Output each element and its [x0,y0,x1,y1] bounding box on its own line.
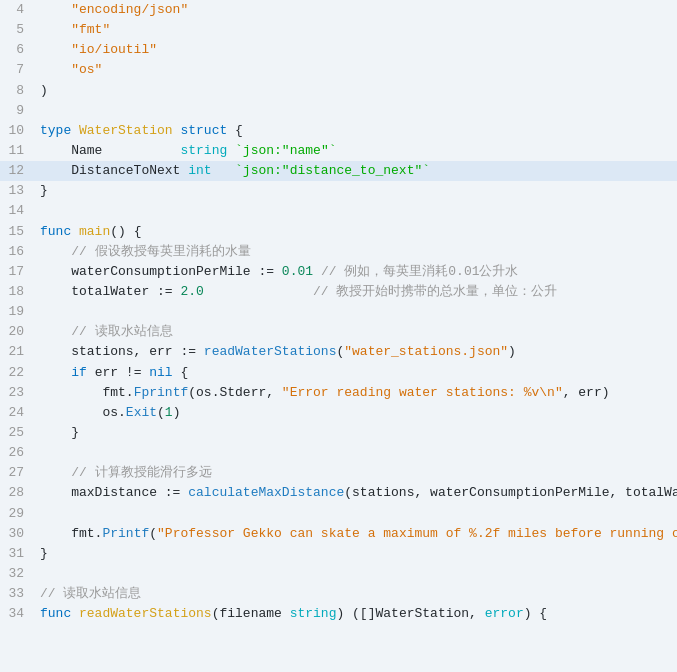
line-number: 22 [0,363,36,383]
line-number: 4 [0,0,36,20]
line-number: 16 [0,242,36,262]
line-content: DistanceToNext int `json:"distance_to_ne… [36,161,677,181]
line-number: 33 [0,584,36,604]
line-content: "os" [36,60,677,80]
line-number: 29 [0,504,36,524]
line-number: 24 [0,403,36,423]
line-content [36,504,677,524]
line-content: "io/ioutil" [36,40,677,60]
line-number: 14 [0,201,36,221]
line-number: 21 [0,342,36,362]
line-number: 12 [0,161,36,181]
line-content: type WaterStation struct { [36,121,677,141]
line-number: 9 [0,101,36,121]
line-number: 23 [0,383,36,403]
line-content: stations, err := readWaterStations("wate… [36,342,677,362]
line-content: func readWaterStations(filename string) … [36,604,677,624]
line-content: } [36,423,677,443]
line-number: 17 [0,262,36,282]
code-table: 4 "encoding/json"5 "fmt"6 "io/ioutil"7 "… [0,0,677,624]
line-content: } [36,181,677,201]
line-number: 10 [0,121,36,141]
line-number: 31 [0,544,36,564]
line-number: 30 [0,524,36,544]
line-content: fmt.Fprintf(os.Stderr, "Error reading wa… [36,383,677,403]
line-content: os.Exit(1) [36,403,677,423]
line-content: if err != nil { [36,363,677,383]
line-content: // 假设教授每英里消耗的水量 [36,242,677,262]
line-number: 15 [0,222,36,242]
line-content: waterConsumptionPerMile := 0.01 // 例如，每英… [36,262,677,282]
line-content: // 读取水站信息 [36,322,677,342]
line-number: 6 [0,40,36,60]
line-number: 7 [0,60,36,80]
line-number: 11 [0,141,36,161]
line-number: 8 [0,81,36,101]
line-number: 5 [0,20,36,40]
line-number: 34 [0,604,36,624]
line-content: // 计算教授能滑行多远 [36,463,677,483]
line-content: ) [36,81,677,101]
line-content: maxDistance := calculateMaxDistance(stat… [36,483,677,503]
line-content: func main() { [36,222,677,242]
line-content: Name string `json:"name"` [36,141,677,161]
line-number: 25 [0,423,36,443]
line-number: 19 [0,302,36,322]
line-content [36,201,677,221]
line-content: totalWater := 2.0 // 教授开始时携带的总水量，单位：公升 [36,282,677,302]
line-number: 18 [0,282,36,302]
line-content [36,302,677,322]
line-content: "fmt" [36,20,677,40]
line-number: 13 [0,181,36,201]
line-content: } [36,544,677,564]
line-content: // 读取水站信息 [36,584,677,604]
line-content [36,443,677,463]
code-editor: 4 "encoding/json"5 "fmt"6 "io/ioutil"7 "… [0,0,677,672]
line-content: fmt.Printf("Professor Gekko can skate a … [36,524,677,544]
line-content [36,564,677,584]
line-number: 26 [0,443,36,463]
line-number: 28 [0,483,36,503]
line-content [36,101,677,121]
line-number: 32 [0,564,36,584]
line-number: 27 [0,463,36,483]
line-content: "encoding/json" [36,0,677,20]
line-number: 20 [0,322,36,342]
